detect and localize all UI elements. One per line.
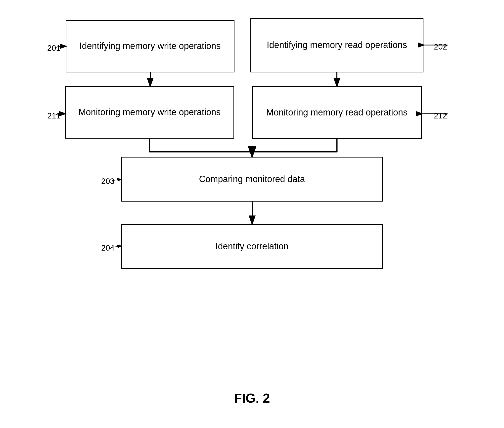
box-write-monitor: Monitoring memory write operations [65, 86, 234, 139]
figure-caption: FIG. 2 [0, 391, 504, 406]
ref-201: 201 [47, 44, 60, 53]
box-compare-label: Comparing monitored data [199, 173, 305, 185]
ref-203: 203 [101, 177, 114, 186]
box-read-monitor: Monitoring memory read operations [252, 86, 422, 139]
box-read-identify: Identifying memory read operations [250, 18, 423, 72]
box-read-identify-label: Identifying memory read operations [267, 39, 407, 51]
ref-204: 204 [101, 243, 114, 253]
ref-212: 212 [434, 111, 447, 120]
box-compare: Comparing monitored data [121, 157, 383, 202]
diagram-container: Identifying memory write operations Iden… [0, 0, 504, 428]
ref-211: 211 [47, 111, 60, 120]
box-read-monitor-label: Monitoring memory read operations [266, 107, 408, 118]
ref-202: 202 [434, 42, 447, 52]
box-identify-corr: Identify correlation [121, 224, 383, 269]
box-write-identify: Identifying memory write operations [66, 20, 234, 72]
box-write-identify-label: Identifying memory write operations [79, 40, 221, 52]
box-identify-corr-label: Identify correlation [215, 241, 288, 252]
box-write-monitor-label: Monitoring memory write operations [78, 107, 221, 118]
